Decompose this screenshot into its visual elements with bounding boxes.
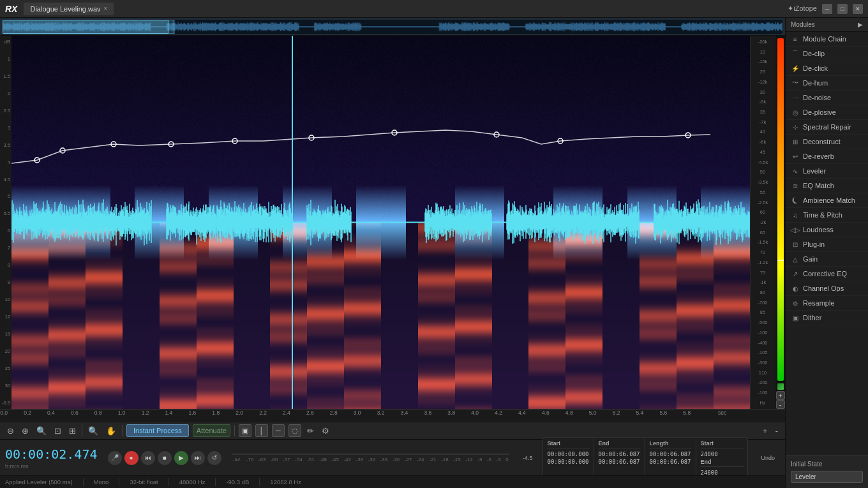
transport-record[interactable]: ● <box>124 451 138 465</box>
de-noise-item[interactable]: ⋯ De-noise <box>786 91 868 105</box>
corrective-eq-item[interactable]: ↗ Corrective EQ <box>786 267 868 281</box>
zoom-out-time-btn[interactable]: ⊖ <box>5 425 16 437</box>
loudness-item[interactable]: ◁▷ Loudness <box>786 223 868 237</box>
module-chain-icon: ≡ <box>791 34 800 43</box>
modules-expand-icon[interactable]: ▶ <box>858 21 863 28</box>
level-label-21: -21 <box>429 457 437 462</box>
transport-forward[interactable]: ⏭ <box>191 451 205 465</box>
time-1-6: 1.6 <box>188 410 196 416</box>
freq-label-4: 4 <box>8 159 10 165</box>
info-sep-3 <box>168 478 169 486</box>
overview[interactable] <box>0 18 785 36</box>
select-tool-freq[interactable]: ─ <box>272 424 285 437</box>
channel-ops-item[interactable]: ◐ Channel Ops <box>786 281 868 296</box>
minimize-button[interactable]: ─ <box>822 4 832 14</box>
time-pitch-icon: ♫ <box>791 211 800 219</box>
freq-label-5: 5 <box>8 193 10 199</box>
dither-item[interactable]: ▣ Dither <box>786 311 868 325</box>
attenuate-button[interactable]: Attenuate <box>193 424 230 437</box>
pencil-tool[interactable]: ✏ <box>305 425 316 437</box>
resample-item[interactable]: ⊚ Resample <box>786 296 868 311</box>
title-bar-right: ✦iZotope ─ □ ✕ <box>788 4 863 14</box>
sel-col-start: Start 00:00:00.000 00:00:00.000 <box>543 438 594 478</box>
level-label-60: -60 <box>271 457 278 462</box>
module-chain-item[interactable]: ≡ Module Chain <box>786 32 868 47</box>
applied-label: Applied Leveler (500 ms) <box>5 478 73 485</box>
tab-close[interactable]: × <box>104 5 108 12</box>
time-3-0: 3.0 <box>354 410 361 416</box>
zoom-in-time-btn[interactable]: ⊕ <box>20 425 31 437</box>
sel-end-time2: 00:00:06.087 <box>598 459 641 465</box>
overview-waveform[interactable] <box>3 20 782 34</box>
maximize-button[interactable]: □ <box>837 4 848 14</box>
zoom-plus-btn[interactable]: + <box>776 391 785 400</box>
time-3-8: 3.8 <box>447 410 455 416</box>
transport-play[interactable]: ▶ <box>174 451 188 465</box>
spectral-repair-item[interactable]: ⊹ Spectral Repair <box>786 120 868 135</box>
transport-rewind[interactable]: ⏮ <box>141 451 155 465</box>
zoom-in-right[interactable]: + <box>761 425 770 437</box>
de-noise-label: De-noise <box>803 94 863 101</box>
info-level: -90.3 dB <box>226 478 249 485</box>
de-hum-item[interactable]: 〜 De-hum <box>786 76 868 91</box>
time-ruler: 0.0 0.2 0.4 0.6 0.8 1.0 1.2 1.4 1.6 1.8 … <box>0 409 785 422</box>
close-button[interactable]: ✕ <box>853 4 863 14</box>
channel-ops-label: Channel Ops <box>803 285 863 292</box>
deconstruct-item[interactable]: ⊞ Deconstruct <box>786 135 868 149</box>
de-reverb-item[interactable]: ↩ De-reverb <box>786 149 868 164</box>
transport-stop[interactable]: ■ <box>158 451 172 465</box>
zoom-audio-btn[interactable]: 🔍 <box>86 425 100 437</box>
transport-loop[interactable]: ↺ <box>207 451 221 465</box>
sel-length-time2: 00:00:06.087 <box>649 459 692 465</box>
leveler-item[interactable]: ∿ Leveler <box>786 164 868 179</box>
freq-label-10: 10 <box>5 297 10 302</box>
gain-item[interactable]: △ Gain <box>786 252 868 267</box>
playhead <box>292 36 293 409</box>
time-5-8: 5.8 <box>683 410 691 416</box>
file-tab[interactable]: Dialogue Leveling.wav × <box>24 3 114 15</box>
hand-tool-btn[interactable]: ✋ <box>104 425 118 437</box>
time-4-0: 4.0 <box>471 410 479 416</box>
freq-label-2: 2 <box>8 91 10 96</box>
eq-match-item[interactable]: ≋ EQ Match <box>786 179 868 193</box>
loudness-icon: ◁▷ <box>791 225 800 234</box>
zoom-out-btn[interactable]: 🔍 <box>34 425 49 437</box>
level-label-6: -6 <box>487 457 491 462</box>
settings-tool[interactable]: ⚙ <box>320 425 331 437</box>
time-3-2: 3.2 <box>377 410 385 416</box>
resample-label: Resample <box>803 299 863 307</box>
freq-label-3-5: 3.5 <box>4 142 10 148</box>
dither-label: Dither <box>803 314 863 322</box>
time-4-8: 4.8 <box>565 410 573 416</box>
spectrogram[interactable] <box>11 36 750 409</box>
toolbar-sep-2 <box>122 425 123 436</box>
sel-length-header: Length <box>649 440 692 448</box>
ambience-match-item[interactable]: ⏾ Ambience Match <box>786 193 868 208</box>
zoom-out-right[interactable]: - <box>774 425 780 437</box>
select-tool-lasso[interactable]: ◌ <box>288 424 301 437</box>
deconstruct-icon: ⊞ <box>791 137 800 146</box>
overview-selection[interactable] <box>3 20 168 34</box>
module-list: ≡ Module Chain ⌒ De-clip ⚡ De-click 〜 De… <box>786 32 868 455</box>
freq-label-db: dB <box>4 39 10 45</box>
time-pitch-item[interactable]: ♫ Time & Pitch <box>786 208 868 223</box>
level-label-33: -33 <box>380 457 388 462</box>
center-area: dB 1 1.5 2 2.5 3 3.5 4 4.5 5 5.5 6 7 8 9… <box>0 18 785 488</box>
zoom-fit-btn[interactable]: ⊡ <box>52 425 63 437</box>
transport-mic[interactable]: 🎤 <box>108 451 122 465</box>
leveler-icon: ∿ <box>791 166 800 175</box>
de-click-item[interactable]: ⚡ De-click <box>786 61 868 76</box>
zoom-selection-btn[interactable]: ⊞ <box>67 425 78 437</box>
zoom-minus-btn[interactable]: - <box>776 400 785 409</box>
time-4-6: 4.6 <box>542 410 550 416</box>
de-clip-item[interactable]: ⌒ De-clip <box>786 47 868 61</box>
initial-state-dropdown[interactable]: Leveler <box>791 471 863 483</box>
time-2-8: 2.8 <box>330 410 338 416</box>
instant-process-button[interactable]: Instant Process <box>126 424 189 437</box>
gain-label: Gain <box>803 255 863 263</box>
plug-in-item[interactable]: ⊡ Plug-in <box>786 237 868 252</box>
select-tool-rect[interactable]: ▣ <box>239 424 251 437</box>
gain-meter-bar <box>777 38 784 381</box>
select-tool-time[interactable]: │ <box>255 424 268 437</box>
de-plosive-item[interactable]: ◎ De-plosive <box>786 105 868 120</box>
